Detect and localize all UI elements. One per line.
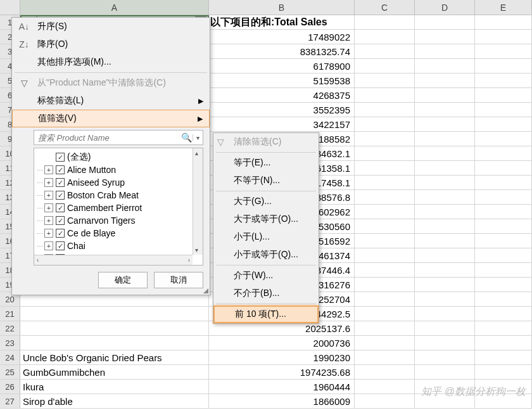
row-header-22[interactable]: 22 bbox=[0, 321, 20, 335]
tree-item-label: Chai bbox=[67, 241, 86, 251]
expand-icon[interactable]: + bbox=[44, 216, 53, 225]
cancel-button[interactable]: 取消 bbox=[154, 272, 203, 288]
sort-more-item[interactable]: 其他排序选项(M)... bbox=[12, 53, 210, 71]
tree-item-label: Ce de Blaye bbox=[67, 228, 115, 238]
label-filter-label: 标签筛选(L) bbox=[37, 95, 84, 106]
row-header-25[interactable]: 25 bbox=[0, 365, 20, 379]
cell-B27[interactable]: 1866009 bbox=[209, 394, 355, 408]
sub-clear-label: 清除筛选(C) bbox=[234, 136, 281, 148]
checkbox[interactable]: ✓ bbox=[56, 178, 65, 187]
sort-more-label: 其他排序选项(M)... bbox=[37, 56, 111, 68]
sub-between[interactable]: 介于(W)... bbox=[213, 267, 319, 285]
tree-item[interactable]: ⋯+✓Alice Mutton bbox=[37, 163, 200, 176]
row-header-26[interactable]: 26 bbox=[0, 380, 20, 394]
col-header-C[interactable]: C bbox=[355, 0, 415, 15]
expand-icon[interactable]: + bbox=[44, 191, 53, 200]
cell-B2[interactable]: 17489022 bbox=[209, 30, 355, 44]
checkbox[interactable]: ✓ bbox=[56, 203, 65, 212]
tree-item[interactable]: ⋯+✓Boston Crab Meat bbox=[37, 189, 200, 202]
cell-B1[interactable]: 以下项目的和:Total Sales bbox=[209, 15, 355, 29]
label-filter-item[interactable]: 标签筛选(L) ▶ bbox=[12, 92, 210, 110]
cell-B5[interactable]: 5159538 bbox=[209, 74, 355, 87]
tree-item[interactable]: ⋯+✓Chai bbox=[37, 240, 200, 252]
cell-A22[interactable] bbox=[20, 321, 209, 335]
sub-less[interactable]: 小于(L)... bbox=[213, 228, 319, 246]
sort-desc-item[interactable]: Z↓ 降序(O) bbox=[12, 35, 210, 53]
cell-A27[interactable]: Sirop d'able bbox=[20, 394, 209, 408]
cell-A23[interactable] bbox=[20, 336, 209, 350]
separator bbox=[216, 304, 316, 304]
sub-not-between[interactable]: 不介于(B)... bbox=[213, 285, 319, 302]
sub-equals[interactable]: 等于(E)... bbox=[213, 154, 319, 172]
sort-desc-icon: Z↓ bbox=[18, 39, 30, 50]
search-icon[interactable]: 🔍 bbox=[180, 132, 193, 143]
cell-B3[interactable]: 8381325.74 bbox=[209, 44, 355, 58]
checkbox[interactable]: ✓ bbox=[56, 229, 65, 238]
sub-not-equals[interactable]: 不等于(N)... bbox=[213, 172, 319, 189]
search-dropdown-icon[interactable]: ▾ bbox=[193, 134, 203, 141]
checkbox[interactable]: ✓ bbox=[56, 165, 65, 174]
expand-icon[interactable]: + bbox=[44, 178, 53, 187]
col-header-A[interactable]: A bbox=[20, 0, 209, 15]
sub-clear-filter: ▽ 清除筛选(C) bbox=[213, 133, 319, 151]
select-all-corner[interactable] bbox=[0, 0, 20, 15]
filter-dropdown: A↓ 升序(S) Z↓ 降序(O) 其他排序选项(M)... ▽ 从"Produ… bbox=[11, 17, 210, 295]
sub-top10[interactable]: 前 10 项(T)... bbox=[213, 305, 319, 323]
search-input[interactable] bbox=[34, 133, 180, 143]
checkbox[interactable]: ✓ bbox=[56, 241, 65, 250]
separator bbox=[216, 265, 316, 266]
cell-A25[interactable]: GumbGummibchen bbox=[20, 365, 209, 379]
sub-less-eq[interactable]: 小于或等于(Q)... bbox=[213, 246, 319, 264]
cell-B24[interactable]: 1990230 bbox=[209, 350, 355, 364]
cell-A21[interactable] bbox=[20, 307, 209, 321]
cell-B6[interactable]: 4268375 bbox=[209, 88, 355, 102]
tree-item[interactable]: +✓(全选) bbox=[37, 151, 200, 163]
tree-branch-icon: ⋯ bbox=[37, 243, 44, 250]
resize-grip-icon[interactable] bbox=[202, 287, 208, 293]
expand-icon[interactable]: + bbox=[44, 165, 53, 174]
col-header-E[interactable]: E bbox=[475, 0, 532, 15]
tree-item[interactable]: ⋯+✓Camembert Pierrot bbox=[37, 202, 200, 214]
sub-greater-eq[interactable]: 大于或等于(O)... bbox=[213, 210, 319, 228]
sub-greater[interactable]: 大于(G)... bbox=[213, 193, 319, 210]
row-header-23[interactable]: 23 bbox=[0, 336, 20, 350]
clear-filter-item: ▽ 从"Product Name"中清除筛选(C) bbox=[12, 74, 210, 92]
row-header-24[interactable]: 24 bbox=[0, 350, 20, 364]
checkbox[interactable]: ✓ bbox=[56, 153, 65, 162]
tree-item-label: Aniseed Syrup bbox=[67, 177, 125, 188]
tree-item-label: (全选) bbox=[67, 151, 91, 163]
sort-desc-label: 降序(O) bbox=[37, 39, 68, 50]
tree-item[interactable]: ⋯+✓Aniseed Syrup bbox=[37, 176, 200, 189]
expand-icon[interactable]: + bbox=[44, 229, 53, 238]
sort-asc-item[interactable]: A↓ 升序(S) bbox=[12, 18, 210, 35]
cell-B7[interactable]: 3552395 bbox=[209, 103, 355, 117]
ok-button[interactable]: 确定 bbox=[98, 272, 148, 288]
cell-A24[interactable]: Uncle Bob's Organic Dried Pears bbox=[20, 350, 209, 364]
checkbox[interactable]: ✓ bbox=[56, 191, 65, 200]
expand-icon[interactable]: + bbox=[44, 241, 53, 250]
funnel-clear-icon: ▽ bbox=[18, 77, 30, 89]
clear-filter-label: 从"Product Name"中清除筛选(C) bbox=[37, 77, 166, 89]
cell-B4[interactable]: 6178900 bbox=[209, 59, 355, 73]
row-header-21[interactable]: 21 bbox=[0, 307, 20, 321]
cell-B23[interactable]: 2000736 bbox=[209, 336, 355, 350]
separator bbox=[15, 72, 207, 73]
tree-item[interactable]: ⋯+✓Carnarvon Tigers bbox=[37, 214, 200, 227]
col-header-B[interactable]: B bbox=[209, 0, 355, 15]
cell-B25[interactable]: 1974235.68 bbox=[209, 365, 355, 379]
row-header-27[interactable]: 27 bbox=[0, 394, 20, 408]
tree-item[interactable]: ⋯+✓Ce de Blaye bbox=[37, 227, 200, 240]
scrollbar-vertical[interactable] bbox=[193, 148, 203, 255]
tree-branch-icon: ⋯ bbox=[37, 192, 44, 199]
col-header-D[interactable]: D bbox=[415, 0, 475, 15]
scrollbar-horizontal[interactable] bbox=[34, 255, 193, 265]
cell-B26[interactable]: 1960444 bbox=[209, 380, 355, 394]
funnel-clear-icon: ▽ bbox=[217, 137, 229, 147]
tree-item-label: Boston Crab Meat bbox=[67, 190, 139, 200]
value-filter-item[interactable]: 值筛选(V) ▶ bbox=[12, 110, 210, 127]
checkbox[interactable]: ✓ bbox=[56, 216, 65, 225]
expand-icon[interactable]: + bbox=[44, 203, 53, 212]
cell-A26[interactable]: Ikura bbox=[20, 380, 209, 394]
separator bbox=[216, 152, 316, 153]
cell-B8[interactable]: 3422157 bbox=[209, 117, 355, 131]
